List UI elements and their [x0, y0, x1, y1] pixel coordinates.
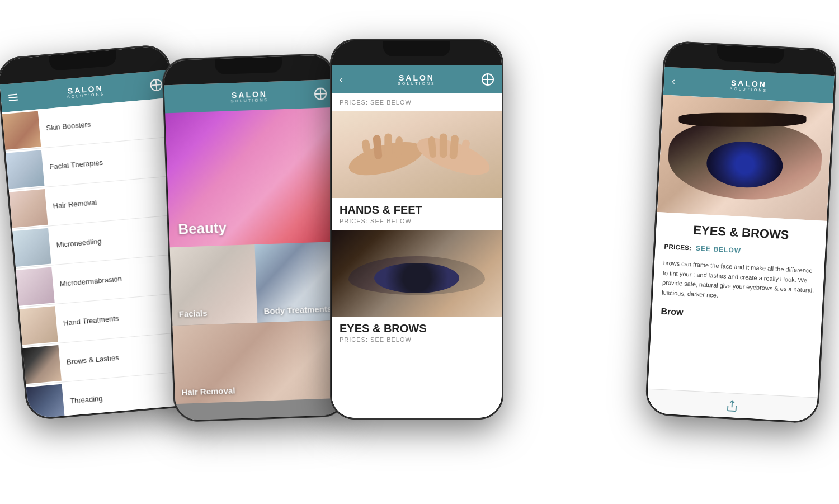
label-brows-lashes: Brows & Lashes	[59, 347, 185, 366]
back-button-3[interactable]: ‹	[340, 74, 343, 86]
beauty-hero[interactable]: Beauty	[165, 107, 340, 247]
thumb-threading	[26, 384, 65, 419]
globe-icon-1[interactable]	[150, 78, 163, 92]
thumb-hand-treatments	[19, 306, 58, 345]
phone-2-screen: 11:13 ●●● WiFi 🔋 SALON SOLUTIONS	[163, 55, 346, 421]
eyes-brows-title: EYES & BROWS	[340, 322, 494, 335]
eyes-brows-content: EYES & BROWS PRICES: SEE BELOW	[332, 317, 502, 348]
back-button-4[interactable]: ‹	[671, 76, 675, 87]
phone-3: 11:13 ●●● WiFi 🔋 ‹ SALON SOLUTIONS	[330, 39, 503, 420]
eb-prices-value: SEE BELOW	[696, 244, 742, 255]
hair-removal-label: Hair Removal	[181, 385, 235, 397]
salon-logo-3: SALON SOLUTIONS	[398, 74, 435, 86]
thumb-microneedling	[12, 228, 51, 266]
eyes-brows-prices: PRICES: SEE BELOW	[340, 336, 494, 343]
hands-feet-header: PRICES: SEE BELOW	[332, 93, 502, 111]
body-label: Body Treatments	[263, 304, 332, 315]
salon-logo-1: SALON SOLUTIONS	[66, 84, 105, 99]
eb-description: brows can frame the face and it make all…	[662, 258, 816, 306]
salon-logo-4: SALON SOLUTIONS	[730, 78, 768, 92]
hands-feet-prices: PRICES: SEE BELOW	[340, 218, 494, 224]
category-hair-removal[interactable]: Hair Removal	[172, 320, 345, 404]
notch-3	[383, 41, 450, 56]
label-hand-treatments: Hand Treatments	[56, 309, 181, 328]
svg-rect-8	[440, 133, 447, 158]
phone-4-screen: 11:13 ●●● WiFi 🔋 ‹ SALON SOLUTIONS	[647, 42, 836, 422]
category-body[interactable]: Body Treatments	[254, 242, 342, 323]
eb-brow-title: Brow	[661, 307, 813, 324]
svg-line-10	[732, 401, 733, 407]
label-microdermabrasion: Microdermabrasion	[53, 270, 178, 289]
hands-feet-prices-top: PRICES: SEE BELOW	[340, 99, 494, 106]
phone-2: 11:13 ●●● WiFi 🔋 SALON SOLUTIONS	[162, 53, 347, 422]
eb-prices-row: PRICES: SEE BELOW	[664, 243, 816, 258]
category-facials[interactable]: Facials	[170, 244, 258, 326]
notch-2	[215, 56, 282, 74]
label-hair-removal: Hair Removal	[46, 191, 171, 210]
thumb-facial-therapies	[6, 150, 44, 189]
app-header-2: SALON SOLUTIONS	[164, 79, 335, 114]
eb-title: EYES & BROWS	[664, 222, 817, 244]
share-bar	[647, 389, 818, 422]
eb-hero-image	[657, 95, 833, 221]
label-threading: Threading	[63, 387, 188, 406]
salon-logo-2: SALON SOLUTIONS	[230, 90, 268, 102]
globe-icon-2[interactable]	[314, 87, 327, 100]
hands-svg	[340, 116, 493, 194]
beauty-grid: Beauty Facials Body Treatments Hair Remo…	[165, 107, 346, 421]
hands-image	[332, 111, 502, 198]
eb-prices-label: PRICES:	[664, 243, 691, 252]
facials-label: Facials	[178, 308, 207, 319]
scene: 15:05 ●●● WiFi 🔋 SALON SOLUTIONS	[0, 0, 839, 504]
phone-3-screen: 11:13 ●●● WiFi 🔋 ‹ SALON SOLUTIONS	[332, 41, 502, 418]
eb-content: EYES & BROWS PRICES: SEE BELOW brows can…	[651, 212, 827, 338]
label-facial-therapies: Facial Therapies	[43, 153, 168, 172]
globe-icon-3[interactable]	[482, 73, 494, 86]
menu-icon-1[interactable]	[8, 94, 18, 101]
thumb-brows-lashes	[23, 345, 62, 383]
beauty-categories: Facials Body Treatments Hair Removal	[170, 242, 346, 421]
hands-feet-title: HANDS & FEET	[340, 204, 494, 216]
svg-rect-3	[385, 133, 393, 158]
eb-screen: EYES & BROWS PRICES: SEE BELOW brows can…	[647, 95, 833, 422]
thumb-hair-removal	[9, 189, 48, 227]
thumb-microdermabrasion	[16, 267, 54, 305]
beauty-label: Beauty	[178, 219, 227, 238]
brows-image	[332, 230, 502, 317]
label-skin-boosters: Skin Boosters	[39, 114, 164, 133]
hf-screen: PRICES: SEE BELOW	[332, 93, 502, 418]
app-header-3: ‹ SALON SOLUTIONS	[332, 65, 502, 93]
phone-4: 11:13 ●●● WiFi 🔋 ‹ SALON SOLUTIONS	[645, 40, 838, 423]
label-microneedling: Microneedling	[49, 230, 175, 249]
share-icon[interactable]	[725, 399, 738, 412]
thumb-skin-boosters	[2, 111, 41, 149]
hands-feet-content: HANDS & FEET PRICES: SEE BELOW	[332, 198, 502, 230]
